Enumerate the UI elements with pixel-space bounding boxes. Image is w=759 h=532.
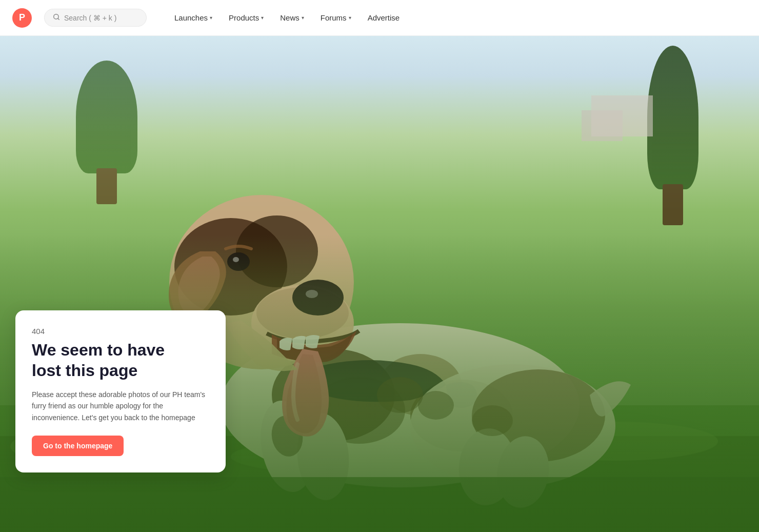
search-icon <box>53 13 60 22</box>
nav-item-launches[interactable]: Launches ▾ <box>167 9 219 26</box>
chevron-down-icon: ▾ <box>210 15 212 21</box>
nav-item-products[interactable]: Products ▾ <box>222 9 271 26</box>
error-code: 404 <box>32 327 209 336</box>
error-description: Please accept these adorable photos of o… <box>32 389 209 423</box>
logo-icon: P <box>12 8 32 28</box>
chevron-down-icon: ▾ <box>302 15 304 21</box>
search-bar[interactable]: Search ( ⌘ + k ) <box>44 9 147 27</box>
nav-item-forums[interactable]: Forums ▾ <box>313 9 358 26</box>
nav-item-advertise[interactable]: Advertise <box>361 9 407 26</box>
search-placeholder: Search ( ⌘ + k ) <box>64 14 116 22</box>
chevron-down-icon: ▾ <box>349 15 351 21</box>
navbar: P Search ( ⌘ + k ) Launches ▾ Products ▾… <box>0 0 759 36</box>
hero-background: 404 We seem to have lost this page Pleas… <box>0 36 759 532</box>
logo[interactable]: P <box>12 8 32 28</box>
svg-line-1 <box>58 18 59 20</box>
nav-item-news[interactable]: News ▾ <box>273 9 311 26</box>
error-title: We seem to have lost this page <box>32 340 209 381</box>
nav-links: Launches ▾ Products ▾ News ▾ Forums ▾ Ad… <box>167 9 407 26</box>
go-to-homepage-button[interactable]: Go to the homepage <box>32 436 124 456</box>
chevron-down-icon: ▾ <box>261 15 264 21</box>
error-card: 404 We seem to have lost this page Pleas… <box>15 310 226 472</box>
